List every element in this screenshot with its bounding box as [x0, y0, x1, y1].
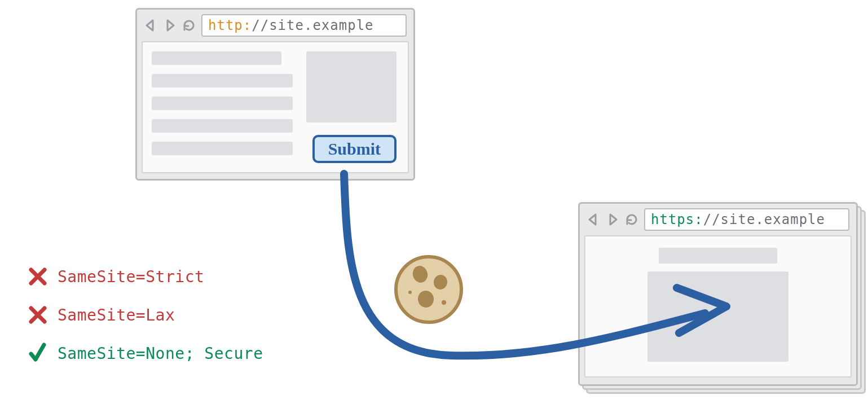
cross-icon: [28, 305, 47, 324]
cross-icon: [28, 267, 47, 286]
browser-chrome: https://site.example: [580, 204, 856, 235]
skeleton-line: [152, 51, 281, 65]
browser-target-stack: https://site.example: [578, 202, 854, 387]
samesite-legend: SameSite=Strict SameSite=Lax SameSite=No…: [28, 257, 263, 372]
skeleton-line: [152, 119, 293, 133]
svg-point-0: [396, 257, 461, 322]
svg-point-4: [442, 300, 446, 305]
page-content: Submit: [142, 41, 409, 173]
url-host: //site.example: [703, 212, 825, 227]
url-scheme: https:: [651, 212, 703, 227]
skeleton-line: [152, 96, 293, 110]
reload-icon: [182, 19, 196, 32]
url-scheme: http:: [208, 17, 252, 33]
legend-row-none-secure: SameSite=None; Secure: [28, 334, 263, 372]
browser-target: https://site.example: [578, 202, 858, 386]
legend-label: SameSite=Lax: [58, 306, 175, 324]
svg-point-5: [408, 291, 412, 294]
skeleton-image: [647, 271, 788, 362]
legend-label: SameSite=Strict: [58, 267, 204, 286]
legend-label: SameSite=None; Secure: [58, 344, 263, 363]
address-bar: https://site.example: [644, 208, 849, 231]
check-icon: [28, 344, 47, 363]
back-icon: [587, 213, 600, 226]
submit-label: Submit: [328, 139, 381, 158]
skeleton-image: [306, 51, 396, 122]
cookie-icon: [392, 253, 465, 326]
browser-chrome: http://site.example: [137, 10, 413, 41]
url-host: //site.example: [252, 17, 373, 33]
legend-row-lax: SameSite=Lax: [28, 296, 263, 334]
legend-row-strict: SameSite=Strict: [28, 257, 263, 296]
skeleton-line: [152, 142, 293, 155]
diagram-stage: http://site.example Submit: [0, 0, 868, 408]
skeleton-line: [659, 248, 777, 264]
page-content: [584, 235, 852, 378]
submit-button[interactable]: Submit: [312, 135, 396, 163]
reload-icon: [625, 213, 638, 226]
forward-icon: [606, 213, 619, 226]
address-bar: http://site.example: [201, 14, 407, 37]
forward-icon: [163, 19, 177, 32]
back-icon: [144, 19, 157, 32]
browser-source: http://site.example Submit: [135, 8, 415, 181]
skeleton-line: [152, 74, 293, 87]
